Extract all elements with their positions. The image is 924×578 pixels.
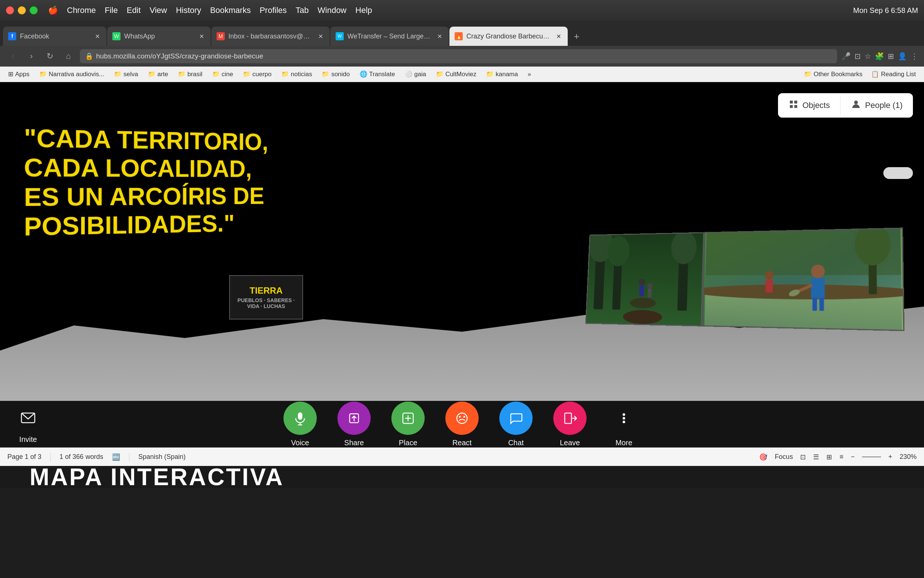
people-button[interactable]: People (1)	[840, 93, 913, 118]
bookmark-cine[interactable]: 📁 cine	[209, 69, 237, 80]
react-button[interactable]: React	[439, 398, 485, 451]
bookmark-selva[interactable]: 📁 selva	[110, 69, 142, 80]
chat-icon	[499, 402, 532, 435]
bookmark-sonido[interactable]: 📁 sonido	[318, 69, 353, 80]
tab-whatsapp[interactable]: W WhatsApp ✕	[107, 27, 211, 46]
bookmark-gaia[interactable]: ⚪ gaia	[401, 69, 430, 80]
chrome-menu-icon[interactable]: ⋮	[911, 52, 918, 61]
bookmark-cuerpo[interactable]: 📁 cuerpo	[239, 69, 275, 80]
bookmark-translate[interactable]: 🌐 Translate	[356, 69, 399, 80]
new-tab-button[interactable]: +	[568, 28, 585, 44]
chat-button[interactable]: Chat	[493, 398, 539, 451]
bookmark-label-other: Other Bookmarks	[814, 71, 862, 78]
share-icon	[337, 402, 371, 435]
bookmark-noticias[interactable]: 📁 noticias	[278, 69, 316, 80]
bookmark-arte[interactable]: 📁 arte	[144, 69, 172, 80]
tab-close-wetransfer[interactable]: ✕	[435, 32, 443, 40]
chrome-menu[interactable]: Chrome	[67, 6, 96, 15]
more-button[interactable]: More	[600, 398, 647, 451]
zoom-slider[interactable]: ────	[862, 453, 881, 461]
tab-facebook[interactable]: f Facebook ✕	[3, 27, 107, 46]
microphone-icon[interactable]: 🎤	[841, 52, 851, 61]
tab-close-whatsapp[interactable]: ✕	[197, 32, 206, 40]
vr-photo-1	[586, 232, 704, 326]
zoom-out-button[interactable]: −	[851, 453, 855, 461]
bookmark-star-icon[interactable]: ☆	[864, 52, 871, 61]
bookmarks-bar: ⊞ Apps 📁 Narrativa audiovis... 📁 selva 📁…	[0, 67, 924, 82]
quote-line3: ES UN ARCOÍRIS DE	[24, 183, 268, 212]
tab-close-facebook[interactable]: ✕	[93, 32, 101, 40]
sign-title: TIERRA	[249, 286, 282, 296]
bookmark-reading[interactable]: 📋 Reading List	[867, 69, 919, 80]
leave-button[interactable]: Leave	[547, 398, 593, 451]
home-button[interactable]: ⌂	[61, 49, 75, 63]
minimize-button[interactable]	[18, 6, 26, 15]
view-menu[interactable]: View	[150, 6, 167, 15]
vr-toolbar: Invite Voice Share	[0, 401, 924, 448]
vr-sign-panel: TIERRA PUEBLOS · SABERES · VIDA · LUCHAS	[229, 275, 303, 320]
bookmark-other[interactable]: 📁 Other Bookmarks	[800, 69, 866, 80]
share-button[interactable]: Share	[331, 398, 377, 451]
circle-icon: ⚪	[405, 70, 413, 78]
bookmark-label-cultmoviez: CultMoviez	[445, 71, 476, 78]
focus-label: Focus	[775, 453, 793, 461]
bookmarks-menu[interactable]: Bookmarks	[210, 6, 251, 15]
folder-icon-arte: 📁	[148, 70, 155, 78]
sign-subtitle: PUEBLOS · SABERES · VIDA · LUCHAS	[233, 297, 299, 309]
view-icon-2: ☰	[813, 453, 819, 461]
bookmark-brasil[interactable]: 📁 brasil	[174, 69, 206, 80]
tab-favicon-hubs: 🔥	[455, 32, 463, 40]
back-button[interactable]: ‹	[6, 49, 20, 63]
vr-quote-text: "CADA TERRITORIO, CADA LOCALIDAD, ES UN …	[24, 123, 268, 242]
tab-close-gmail[interactable]: ✕	[316, 32, 325, 40]
bookmark-label-reading: Reading List	[881, 71, 916, 78]
pip-icon[interactable]: ⊡	[854, 52, 861, 61]
people-label: People (1)	[865, 101, 903, 110]
forward-button[interactable]: ›	[24, 49, 39, 63]
tab-hubs[interactable]: 🔥 Crazy Grandiose Barbecue... ✕	[450, 27, 568, 46]
maximize-button[interactable]	[29, 6, 38, 15]
zoom-in-button[interactable]: +	[888, 453, 892, 461]
svg-point-43	[463, 416, 465, 417]
window-menu[interactable]: Window	[317, 6, 346, 15]
tab-wetransfer[interactable]: W WeTransfer – Send Large Files... ✕	[330, 27, 449, 46]
tab-search-icon[interactable]: ⊞	[888, 52, 894, 61]
profiles-menu[interactable]: Profiles	[259, 6, 286, 15]
tab-menu[interactable]: Tab	[296, 6, 309, 15]
bookmark-apps[interactable]: ⊞ Apps	[5, 69, 33, 80]
place-button[interactable]: Place	[385, 398, 431, 451]
voice-button[interactable]: Voice	[277, 398, 324, 451]
svg-rect-30	[794, 105, 797, 108]
tab-close-hubs[interactable]: ✕	[554, 32, 563, 40]
objects-button[interactable]: Objects	[778, 93, 840, 118]
leave-icon	[553, 402, 587, 435]
help-menu[interactable]: Help	[356, 6, 372, 15]
place-label: Place	[399, 438, 417, 447]
close-button[interactable]	[6, 6, 14, 15]
edit-menu[interactable]: Edit	[127, 6, 141, 15]
svg-rect-24	[765, 279, 773, 292]
language: Spanish (Spain)	[138, 453, 186, 461]
traffic-lights	[6, 6, 38, 15]
vr-photo-2	[702, 227, 905, 331]
share-label: Share	[344, 438, 364, 447]
tab-gmail[interactable]: M Inbox - barbarasantosv@gmai... ✕	[211, 27, 330, 46]
vr-scene[interactable]: "CADA TERRITORIO, CADA LOCALIDAD, ES UN …	[0, 82, 924, 401]
reload-button[interactable]: ↻	[43, 49, 57, 63]
bookmark-kanama[interactable]: 📁 kanama	[482, 69, 521, 80]
tab-title-gmail: Inbox - barbarasantosv@gmai...	[228, 32, 313, 40]
titlebar-right: Mon Sep 6 6:58 AM	[853, 6, 918, 15]
secure-icon: 🔒	[85, 52, 93, 60]
file-menu[interactable]: File	[105, 6, 118, 15]
svg-rect-28	[794, 101, 797, 104]
profile-icon[interactable]: 👤	[898, 52, 907, 61]
history-menu[interactable]: History	[176, 6, 201, 15]
apple-menu[interactable]: 🍎	[48, 6, 58, 15]
bookmark-cultmoviez[interactable]: 📁 CultMoviez	[432, 69, 480, 80]
extensions-icon[interactable]: 🧩	[875, 52, 884, 61]
svg-point-42	[459, 416, 461, 417]
url-bar[interactable]: 🔒 hubs.mozilla.com/oYJgtSS/crazy-grandio…	[80, 49, 837, 63]
place-icon	[392, 402, 425, 435]
bookmark-more[interactable]: »	[524, 69, 534, 80]
bookmark-narrativa[interactable]: 📁 Narrativa audiovis...	[36, 69, 108, 80]
